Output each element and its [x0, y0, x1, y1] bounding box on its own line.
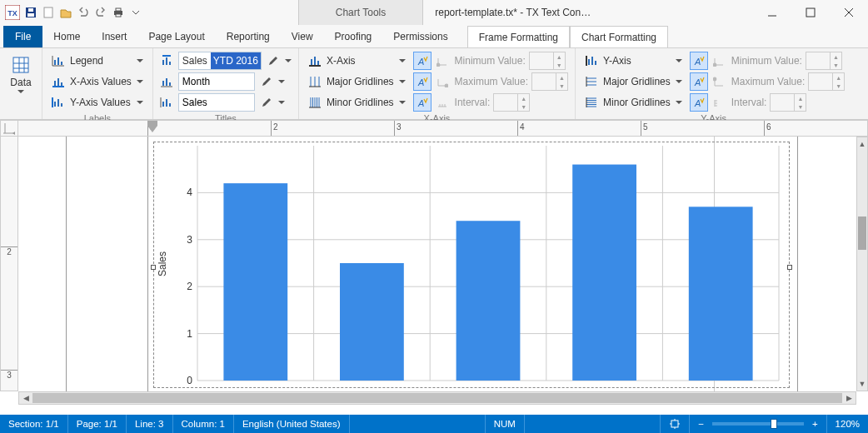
x-min-input[interactable]: ▲▼ — [529, 52, 566, 70]
status-section[interactable]: Section: 1/1 — [0, 415, 67, 433]
scroll-thumb[interactable] — [32, 393, 842, 403]
y-max-label: Maximum Value: — [728, 76, 805, 87]
maximize-button[interactable] — [791, 0, 830, 25]
y-auto-toggle-1[interactable]: A — [690, 52, 708, 70]
save-icon[interactable] — [24, 6, 37, 19]
y-axis-title-input[interactable] — [178, 93, 255, 112]
scroll-down-icon[interactable]: ▼ — [857, 377, 867, 391]
zoom-in-button[interactable]: + — [812, 419, 818, 429]
print-icon[interactable] — [112, 6, 125, 19]
x-axis-title-input[interactable] — [178, 72, 255, 91]
data-button[interactable]: Data — [7, 52, 35, 97]
svg-rect-45 — [317, 61, 319, 65]
zoom-out-button[interactable]: − — [698, 419, 704, 429]
status-column[interactable]: Column: 1 — [173, 415, 233, 433]
x-auto-toggle-3[interactable]: A — [413, 93, 432, 112]
tab-reporting[interactable]: Reporting — [216, 26, 281, 47]
table-icon — [11, 55, 31, 75]
y-major-gridlines-button[interactable]: Major Gridlines — [582, 72, 685, 91]
interval-icon — [436, 97, 448, 108]
x-interval-input[interactable]: ▲▼ — [493, 93, 530, 112]
tab-permissions[interactable]: Permissions — [382, 26, 458, 47]
data-label: Data — [10, 77, 31, 88]
pencil-button[interactable] — [260, 72, 285, 91]
svg-rect-116 — [340, 263, 404, 381]
y-axis-title-value[interactable] — [179, 94, 254, 111]
document-area: 2 3 Sales 01234 ◀ ▶ ▲ ▼ — [0, 120, 868, 405]
y-minor-gridlines-button[interactable]: Minor Gridlines — [582, 93, 685, 112]
x-auto-toggle-1[interactable]: A — [413, 52, 432, 70]
x-axis-title-value[interactable] — [179, 73, 254, 90]
y-auto-toggle-2[interactable]: A — [690, 72, 708, 91]
zoom-slider[interactable] — [712, 422, 804, 426]
tab-file[interactable]: File — [3, 26, 42, 47]
chart-title-selection: YTD 2016 — [211, 52, 261, 69]
x-major-gridlines-button[interactable]: Major Gridlines — [306, 72, 408, 91]
resize-handle-right[interactable] — [787, 265, 792, 270]
x-auto-toggle-2[interactable]: A — [413, 72, 432, 91]
title-bar: TX Chart Tools report-template.tx* - TX … — [0, 0, 868, 25]
status-page[interactable]: Page: 1/1 — [68, 415, 126, 433]
tab-frame-formatting[interactable]: Frame Formatting — [467, 26, 570, 47]
tab-chart-formatting[interactable]: Chart Formatting — [570, 26, 668, 47]
tab-view[interactable]: View — [281, 26, 324, 47]
new-icon[interactable] — [42, 6, 55, 19]
legend-button[interactable]: Legend — [49, 52, 146, 70]
svg-rect-70 — [588, 59, 590, 65]
pencil-button[interactable] — [267, 52, 292, 70]
y-auto-toggle-3[interactable]: A — [690, 93, 708, 112]
pencil-button[interactable] — [260, 93, 285, 112]
svg-rect-10 — [806, 8, 815, 17]
svg-rect-3 — [27, 13, 34, 17]
quick-access-toolbar: TX — [0, 0, 147, 25]
ribbon-tabs: File Home Insert Page Layout Reporting V… — [0, 25, 868, 48]
svg-rect-40 — [166, 99, 167, 107]
svg-rect-118 — [572, 165, 636, 381]
chevron-down-icon[interactable] — [129, 6, 142, 19]
pencil-icon — [267, 54, 280, 67]
x-axis-button[interactable]: X-Axis — [306, 52, 408, 70]
zoom-fit-icon[interactable] — [661, 415, 689, 433]
vertical-ruler[interactable]: 2 3 — [0, 137, 18, 391]
tab-proofing[interactable]: Proofing — [324, 26, 383, 47]
y-interval-input[interactable]: ▲▼ — [770, 93, 806, 112]
scroll-up-icon[interactable]: ▲ — [857, 137, 867, 151]
status-num[interactable]: NUM — [486, 415, 524, 433]
status-line[interactable]: Line: 3 — [127, 415, 172, 433]
x-minor-gridlines-button[interactable]: Minor Gridlines — [306, 93, 408, 112]
close-button[interactable] — [830, 0, 868, 25]
scroll-right-icon[interactable]: ▶ — [842, 392, 856, 404]
y-max-input[interactable]: ▲▼ — [808, 72, 845, 91]
y-axis-values-button[interactable]: Y-Axis Values — [49, 93, 146, 112]
ribbon: Data Legend X-Axis Values — [0, 48, 868, 120]
tab-insert[interactable]: Insert — [91, 26, 137, 47]
horizontal-scrollbar[interactable]: ◀ ▶ — [18, 391, 856, 405]
svg-rect-4 — [28, 8, 33, 12]
chart-frame[interactable]: Sales 01234 — [153, 142, 790, 388]
minimize-button[interactable] — [753, 0, 791, 25]
x-axis-values-button[interactable]: X-Axis Values — [49, 72, 146, 91]
chart-title-input[interactable]: Sales YTD 2016 — [178, 52, 262, 70]
redo-icon[interactable] — [94, 6, 107, 19]
status-language[interactable]: English (United States) — [234, 415, 349, 433]
chevron-down-icon — [399, 80, 406, 84]
y-min-input[interactable]: ▲▼ — [806, 52, 842, 70]
scroll-left-icon[interactable]: ◀ — [19, 392, 32, 404]
open-icon[interactable] — [59, 6, 72, 19]
svg-text:Sales: Sales — [157, 251, 168, 276]
svg-point-92 — [713, 77, 716, 82]
vertical-scrollbar[interactable]: ▲ ▼ — [856, 137, 868, 391]
scroll-thumb[interactable] — [858, 216, 866, 250]
chart-title-icon — [160, 54, 173, 67]
tab-home[interactable]: Home — [42, 26, 91, 47]
y-axis-label: Y-Axis — [603, 55, 631, 67]
horizontal-ruler[interactable] — [18, 120, 868, 137]
x-max-input[interactable]: ▲▼ — [531, 72, 568, 91]
y-axis-button[interactable]: Y-Axis — [582, 52, 685, 70]
svg-rect-117 — [456, 221, 521, 381]
undo-icon[interactable] — [77, 6, 90, 19]
zoom-slider-knob[interactable] — [771, 419, 777, 429]
zoom-value[interactable]: 120% — [827, 415, 868, 433]
tab-page-layout[interactable]: Page Layout — [137, 26, 215, 47]
ruler-corner — [0, 120, 18, 137]
